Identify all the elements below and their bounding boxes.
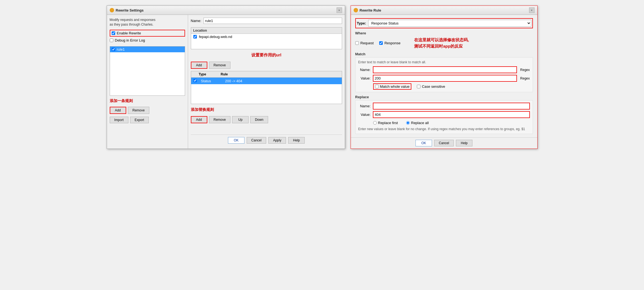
match-whole-value-row[interactable]: Match whole value: [373, 83, 412, 90]
settings-ok-button[interactable]: OK: [228, 137, 244, 144]
settings-apply-button[interactable]: Apply: [268, 137, 286, 144]
match-section: Match Enter text to match or leave blank…: [355, 52, 533, 92]
debug-log-checkbox-row[interactable]: Debug in Error Log: [110, 38, 185, 42]
rule-footer: OK Cancel Help: [351, 137, 537, 149]
remove-rule-button[interactable]: Remove: [209, 116, 231, 123]
type-select[interactable]: Response Status: [368, 20, 531, 27]
case-sensitive-row[interactable]: Case sensitive: [417, 84, 445, 89]
annotation-url: 设置要作用的url: [191, 53, 342, 58]
location-checkbox[interactable]: [193, 35, 197, 39]
rule-name: rule1: [117, 47, 125, 51]
rules-table-header: Type Rule: [191, 71, 342, 78]
replace-hint: Enter new values or leave blank for no c…: [358, 127, 530, 132]
rule-rule-cell: 200 -> 404: [225, 79, 340, 83]
rules-btn-row: Add Remove Up Down: [191, 116, 342, 123]
settings-help-button[interactable]: Help: [288, 137, 305, 144]
case-sensitive-label: Case sensitive: [422, 84, 445, 89]
replace-all-label[interactable]: Replace all: [406, 121, 429, 125]
rules-table: Type Rule Status 200 -> 404: [191, 71, 342, 104]
match-name-regex-label: Regex: [520, 68, 530, 72]
location-value: fepapi.debug.web.nd: [199, 35, 232, 39]
down-button[interactable]: Down: [250, 116, 268, 123]
name-input[interactable]: [203, 18, 342, 24]
replace-section: Replace Name: Value: Replace first: [355, 95, 533, 134]
rewrite-settings-main: Name: Location fepapi.debug.web.nd 设置要作用…: [188, 15, 345, 149]
where-label: Where: [355, 31, 533, 35]
dialogs-container: Rewrite Settings × Modify requests and r…: [107, 6, 538, 149]
replace-name-input[interactable]: [373, 103, 530, 110]
settings-cancel-button[interactable]: Cancel: [247, 137, 266, 144]
rule-help-button[interactable]: Help: [456, 140, 472, 146]
rewrite-rule-close-button[interactable]: ×: [529, 7, 535, 13]
replace-value-label: Value:: [358, 113, 371, 117]
where-annotation: 在这里就可以选择修改状态码, 测试不同返回时app的反应: [414, 37, 469, 49]
sidebar-add-button[interactable]: Add: [110, 107, 126, 114]
replace-first-label[interactable]: Replace first: [373, 121, 398, 125]
add-location-button[interactable]: Add: [191, 62, 207, 69]
response-row: Response: [379, 41, 401, 45]
match-name-row: Name: Regex: [358, 66, 530, 73]
location-table: Location fepapi.debug.web.nd: [191, 27, 342, 49]
rule-row-checkbox[interactable]: [193, 79, 197, 82]
rule-ok-button[interactable]: OK: [415, 140, 432, 146]
rule-col-header: Rule: [221, 72, 340, 76]
rewrite-rule-dialog: Rewrite Rule × Type: Response Status Whe…: [351, 6, 538, 149]
rules-table-row[interactable]: Status 200 -> 404: [191, 78, 342, 84]
match-name-input[interactable]: [373, 66, 517, 73]
replace-value-input[interactable]: [373, 111, 530, 118]
title-icon: [110, 8, 114, 12]
rule-checkbox[interactable]: [112, 48, 115, 51]
rules-list-item[interactable]: rule1: [110, 46, 185, 52]
match-options-row: Match whole value Case sensitive: [373, 83, 530, 90]
rule-title-icon: [354, 8, 358, 12]
match-value-regex-label: Regex: [520, 76, 530, 80]
match-name-label: Name:: [358, 68, 371, 72]
enable-rewrite-checkbox[interactable]: [112, 31, 115, 35]
match-value-input[interactable]: [373, 75, 517, 82]
annotation-add-replace: 添加替换规则: [191, 107, 342, 112]
name-label: Name:: [191, 19, 201, 23]
match-label: Match: [355, 52, 533, 56]
up-button[interactable]: Up: [232, 116, 249, 123]
desc-line1: Modify requests and responses as they pa…: [110, 18, 185, 27]
sidebar-remove-button[interactable]: Remove: [128, 107, 150, 114]
replace-label: Replace: [355, 95, 533, 99]
remove-location-button[interactable]: Remove: [209, 62, 231, 69]
import-button[interactable]: Import: [110, 117, 128, 123]
replace-name-row: Name:: [358, 103, 530, 110]
enable-rewrite-label: Enable Rewrite: [117, 31, 141, 35]
where-section: Where Request Response 在这里就可以选择修改状态码, 测试…: [355, 31, 533, 49]
sidebar-btn-row: Add Remove: [110, 107, 185, 114]
match-value-row: Value: Regex: [358, 75, 530, 82]
debug-log-checkbox[interactable]: [110, 39, 113, 42]
add-rule-button[interactable]: Add: [191, 116, 207, 123]
type-row: Type: Response Status: [355, 18, 533, 28]
response-label: Response: [384, 41, 401, 45]
rule-cancel-button[interactable]: Cancel: [434, 140, 454, 146]
annotation-add-rule: 添加一条规则: [110, 99, 185, 103]
rule-type-cell: Status: [201, 79, 223, 83]
rewrite-rule-titlebar: Rewrite Rule ×: [351, 6, 537, 15]
response-checkbox[interactable]: [379, 41, 383, 45]
request-checkbox[interactable]: [355, 41, 359, 45]
case-sensitive-checkbox[interactable]: [417, 85, 420, 88]
rewrite-settings-close-button[interactable]: ×: [337, 7, 342, 13]
location-col-header: Location: [191, 28, 342, 34]
debug-log-label: Debug in Error Log: [115, 38, 145, 42]
rewrite-settings-titlebar: Rewrite Settings ×: [107, 6, 345, 15]
request-row: Request: [355, 41, 374, 45]
type-col-header: Type: [199, 72, 221, 76]
export-button[interactable]: Export: [130, 117, 149, 123]
enable-rewrite-checkbox-row[interactable]: Enable Rewrite: [110, 30, 185, 37]
match-whole-value-checkbox[interactable]: [375, 85, 379, 88]
replace-value-row: Value:: [358, 111, 530, 118]
match-whole-value-label: Match whole value: [380, 84, 410, 89]
sidebar-btn-row2: Import Export: [110, 117, 185, 123]
replace-all-radio[interactable]: [406, 121, 410, 125]
rewrite-rule-title: Rewrite Rule: [360, 8, 381, 12]
rules-list-box: rule1: [110, 46, 185, 96]
name-row: Name:: [191, 18, 342, 24]
request-label: Request: [360, 41, 374, 45]
replace-first-radio[interactable]: [373, 121, 377, 125]
match-value-label: Value:: [358, 76, 371, 80]
